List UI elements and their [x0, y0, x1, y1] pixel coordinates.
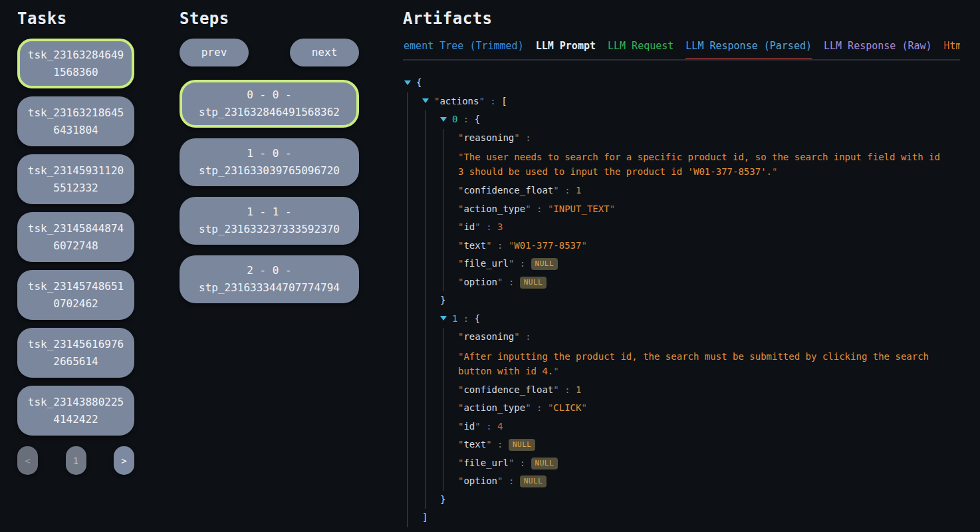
indent-guide: [425, 454, 440, 473]
indent-guide: [407, 328, 422, 346]
json-row: 0 : {: [403, 110, 965, 129]
json-row: }: [403, 491, 965, 509]
task-list: tsk_231632846491568360tsk_23163218645643…: [17, 39, 134, 436]
task-item[interactable]: tsk_231458448746072748: [17, 212, 134, 262]
indent-guide: [407, 147, 422, 182]
indent-guide: [407, 381, 422, 400]
indent-guide: [425, 381, 440, 400]
indent-guide: [425, 328, 440, 346]
json-row: "action_type" : "INPUT_TEXT": [403, 200, 965, 219]
json-row: "text" : "W01-377-8537": [403, 237, 965, 255]
indent-guide: [407, 273, 422, 292]
indent-guide: [407, 509, 422, 527]
task-item[interactable]: tsk_231632846491568360: [17, 39, 134, 88]
step-list: 0 - 0 - stp_2316328464915683621 - 0 - st…: [180, 80, 359, 303]
steps-nav: prev next: [180, 39, 359, 66]
indent-guide: [425, 110, 440, 129]
tab-html-raw[interactable]: Html (Raw): [944, 40, 960, 61]
indent-guide: [443, 472, 458, 491]
json-row: }: [403, 291, 965, 310]
json-row: "id" : 4: [403, 418, 965, 436]
indent-guide: [407, 255, 422, 273]
indent-guide: [443, 346, 458, 381]
tab-llm-request[interactable]: LLM Request: [608, 40, 674, 61]
steps-prev-button[interactable]: prev: [180, 39, 249, 66]
json-row: "id" : 3: [403, 218, 965, 237]
steps-panel: Steps prev next 0 - 0 - stp_231632846491…: [180, 8, 359, 314]
indent-guide: [425, 346, 440, 381]
json-row: "confidence_float" : 1: [403, 381, 965, 400]
indent-guide: [425, 255, 440, 273]
indent-guide: [443, 381, 458, 400]
steps-next-button[interactable]: next: [290, 39, 359, 66]
tasks-page-next-button[interactable]: >: [114, 446, 134, 475]
artifact-tabs: Element Tree (Trimmed)LLM PromptLLM Requ…: [403, 40, 960, 61]
indent-guide: [425, 237, 440, 255]
step-item[interactable]: 1 - 0 - stp_231633039765096720: [180, 138, 359, 186]
indent-guide: [407, 418, 422, 436]
indent-guide: [407, 129, 422, 148]
indent-guide: [407, 346, 422, 381]
collapse-triangle-icon[interactable]: [422, 98, 429, 103]
indent-guide: [407, 237, 422, 255]
json-row: "option" : NULL: [403, 273, 965, 292]
tasks-panel: Tasks tsk_231632846491568360tsk_23163218…: [17, 8, 134, 475]
json-row: "text" : NULL: [403, 436, 965, 454]
indent-guide: [425, 491, 440, 509]
task-item[interactable]: tsk_231459311205512332: [17, 154, 134, 204]
collapse-triangle-icon[interactable]: [404, 80, 411, 85]
indent-guide: [407, 491, 422, 509]
tasks-page-number-button[interactable]: 1: [66, 446, 86, 475]
step-item[interactable]: 1 - 1 - stp_231633237333592370: [180, 197, 359, 245]
json-row: "action_type" : "CLICK": [403, 399, 965, 418]
indent-guide: [425, 291, 440, 310]
tab-llm-prompt[interactable]: LLM Prompt: [536, 40, 596, 61]
json-row: "After inputting the product id, the sea…: [403, 346, 965, 381]
indent-guide: [425, 472, 440, 491]
indent-guide: [443, 328, 458, 346]
task-item[interactable]: tsk_231632186456431804: [17, 96, 134, 146]
indent-guide: [407, 436, 422, 454]
indent-guide: [425, 200, 440, 219]
indent-guide: [407, 110, 422, 129]
tab-element-tree-trimmed[interactable]: Element Tree (Trimmed): [403, 40, 524, 61]
indent-guide: [443, 273, 458, 292]
artifacts-panel: Artifacts Element Tree (Trimmed)LLM Prom…: [403, 8, 965, 532]
json-tree-viewer: {"actions" : [0 : {"reasoning" : "The us…: [403, 74, 965, 532]
indent-guide: [407, 310, 422, 329]
null-badge: NULL: [520, 475, 547, 487]
step-item[interactable]: 0 - 0 - stp_231632846491568362: [180, 80, 359, 128]
indent-guide: [407, 218, 422, 237]
tasks-page-prev-button[interactable]: <: [17, 446, 38, 475]
indent-guide: [443, 129, 458, 148]
collapse-triangle-icon[interactable]: [440, 117, 447, 122]
indent-guide: [443, 436, 458, 454]
json-row: "The user needs to search for a specific…: [403, 147, 965, 182]
artifacts-title: Artifacts: [403, 8, 965, 29]
indent-guide: [443, 182, 458, 200]
indent-guide: [407, 92, 422, 111]
indent-guide: [425, 310, 440, 329]
indent-guide: [407, 182, 422, 200]
indent-guide: [443, 255, 458, 273]
null-badge: NULL: [531, 258, 558, 270]
task-item[interactable]: tsk_231438802254142422: [17, 386, 134, 436]
json-row: 1 : {: [403, 310, 965, 329]
indent-guide: [443, 418, 458, 436]
indent-guide: [443, 147, 458, 182]
json-row: "file_url" : NULL: [403, 255, 965, 273]
task-item[interactable]: tsk_231457486510702462: [17, 270, 134, 320]
step-item[interactable]: 2 - 0 - stp_231633344707774794: [180, 255, 359, 303]
collapse-triangle-icon[interactable]: [440, 316, 447, 321]
json-row: ]: [403, 509, 965, 527]
indent-guide: [443, 200, 458, 219]
indent-guide: [443, 218, 458, 237]
indent-guide: [425, 147, 440, 182]
tab-llm-response-raw[interactable]: LLM Response (Raw): [824, 40, 932, 61]
task-item[interactable]: tsk_231456169762665614: [17, 328, 134, 378]
json-row: "reasoning" :: [403, 328, 965, 346]
indent-guide: [425, 418, 440, 436]
json-row: {: [403, 74, 965, 92]
json-row: "confidence_float" : 1: [403, 182, 965, 200]
tab-llm-response-parsed[interactable]: LLM Response (Parsed): [685, 40, 812, 61]
